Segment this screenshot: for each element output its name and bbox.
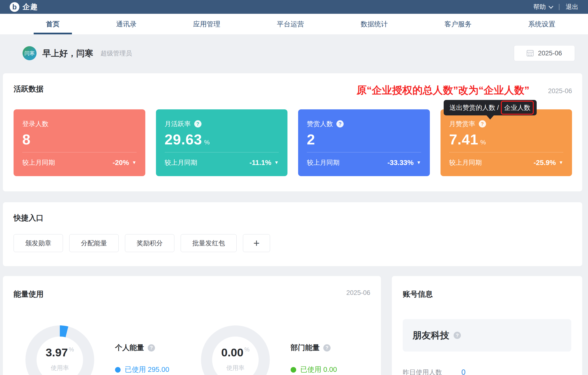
divider bbox=[165, 152, 279, 152]
stat-card-login-count: 登录人数 8 较上月同期 -20% ▼ bbox=[14, 109, 145, 176]
question-mark-icon[interactable]: ? bbox=[323, 344, 331, 352]
question-mark-icon[interactable]: ? bbox=[336, 120, 344, 128]
stat-label: 月赞赏率 bbox=[449, 120, 475, 128]
stat-card-monthly-praise-rate: 月赞赏率 ? 7.41 % 较上月同期 -25.9% ▼ bbox=[441, 109, 572, 176]
stat-card-praise-count: 赞赏人数 ? 2 较上月同期 -33.33% ▼ bbox=[298, 109, 430, 176]
active-data-date: 2025-06 bbox=[548, 87, 572, 95]
reward-points-button[interactable]: 奖励积分 bbox=[125, 234, 174, 252]
month-picker-value: 2025-06 bbox=[538, 50, 562, 57]
gauge-percent-unit: % bbox=[69, 346, 74, 353]
logout-button[interactable]: 退出 bbox=[566, 3, 578, 11]
stat-label: 赞赏人数 bbox=[307, 120, 333, 128]
stat-value: 7.41 bbox=[449, 131, 479, 148]
calendar-icon bbox=[527, 50, 534, 56]
tooltip-highlighted-term: 企业人数 bbox=[501, 101, 534, 115]
avatar-initials: 闫寒 bbox=[24, 50, 35, 57]
user-role-label: 超级管理员 bbox=[101, 49, 132, 58]
used-amount: 已使用 0.00 bbox=[300, 365, 337, 375]
month-picker[interactable]: 2025-06 bbox=[514, 45, 575, 61]
gauge-percent: 0.00 bbox=[221, 346, 243, 359]
topbar-divider bbox=[559, 4, 559, 10]
legend-dot bbox=[291, 367, 296, 373]
help-label: 帮助 bbox=[533, 3, 546, 11]
tab-system-settings[interactable]: 系统设置 bbox=[528, 14, 555, 34]
stat-label: 登录人数 bbox=[22, 120, 48, 128]
company-box: 朋友科技 ? bbox=[403, 319, 571, 352]
tab-platform-operation[interactable]: 平台运营 bbox=[277, 14, 304, 34]
divider bbox=[449, 152, 564, 152]
stat-value: 29.63 bbox=[165, 131, 202, 148]
question-mark-icon[interactable]: ? bbox=[194, 120, 201, 128]
main-nav: 首页 通讯录 应用管理 平台运营 数据统计 客户服务 系统设置 bbox=[0, 14, 588, 34]
donut-chart-department: 0.00 % 使用率 bbox=[201, 325, 270, 375]
stat-unit: % bbox=[204, 139, 210, 146]
greeting-row: 闫寒 早上好，闫寒 超级管理员 2025-06 bbox=[3, 45, 582, 61]
company-name: 朋友科技 bbox=[412, 329, 449, 342]
brand-name: 企趣 bbox=[22, 2, 38, 12]
compare-label: 较上月同期 bbox=[449, 158, 482, 167]
gauge-label: 使用率 bbox=[226, 364, 245, 372]
change-value: -11.1% bbox=[250, 159, 271, 167]
compare-label: 较上月同期 bbox=[165, 158, 197, 167]
stat-card-monthly-active-rate: 月活跃率 ? 29.63 % 较上月同期 -11.1% ▼ bbox=[156, 109, 288, 176]
change-value: -25.9% bbox=[534, 159, 556, 167]
active-data-card: 活跃数据 原“企业授权的总人数”改为“企业人数” 2025-06 送出赞赏的人数… bbox=[3, 73, 582, 191]
stat-label: 月活跃率 bbox=[165, 120, 191, 128]
stat-unit: % bbox=[480, 139, 486, 146]
compare-label: 较上月同期 bbox=[307, 158, 339, 167]
question-mark-icon[interactable]: ? bbox=[479, 120, 486, 128]
gauge-percent-unit: % bbox=[244, 346, 250, 353]
personal-energy-gauge: 3.97 % 使用率 个人能量 ? 已使用 295.00 bbox=[25, 325, 195, 375]
energy-usage-date: 2025-06 bbox=[346, 289, 370, 297]
batch-red-packet-button[interactable]: 批量发红包 bbox=[181, 234, 237, 252]
stat-value: 8 bbox=[22, 131, 31, 148]
tab-customer-service[interactable]: 客户服务 bbox=[444, 14, 472, 34]
tab-contacts[interactable]: 通讯录 bbox=[116, 14, 136, 34]
quick-entry-title: 快捷入口 bbox=[14, 213, 572, 223]
account-info-card: 账号信息 朋友科技 ? 昨日使用人数 0 bbox=[392, 276, 582, 375]
red-annotation-text: 原“企业授权的总人数”改为“企业人数” bbox=[357, 83, 529, 97]
gauge-percent: 3.97 bbox=[46, 346, 68, 359]
metric-tooltip: 送出赞赏的人数 / 企业人数 bbox=[444, 100, 537, 115]
tab-data-statistics[interactable]: 数据统计 bbox=[361, 14, 388, 34]
change-value: -33.33% bbox=[388, 159, 414, 167]
avatar: 闫寒 bbox=[22, 46, 37, 60]
add-shortcut-button[interactable]: + bbox=[243, 234, 270, 252]
question-mark-icon[interactable]: ? bbox=[148, 344, 155, 352]
brand-icon: b bbox=[10, 2, 19, 12]
quick-entry-card: 快捷入口 颁发勋章 分配能量 奖励积分 批量发红包 + bbox=[3, 202, 582, 266]
tab-app-management[interactable]: 应用管理 bbox=[193, 14, 220, 34]
legend-name: 部门能量 bbox=[291, 343, 320, 353]
award-medal-button[interactable]: 颁发勋章 bbox=[14, 234, 63, 252]
greeting-title: 早上好，闫寒 bbox=[42, 48, 93, 59]
top-bar: b 企趣 帮助 退出 bbox=[0, 0, 588, 14]
logout-label: 退出 bbox=[566, 3, 578, 11]
divider bbox=[307, 152, 421, 152]
legend-dot bbox=[115, 367, 121, 373]
app-logo: b 企趣 bbox=[10, 2, 38, 12]
department-energy-gauge: 0.00 % 使用率 部门能量 ? 已使用 0.00 bbox=[201, 325, 370, 375]
gauge-label: 使用率 bbox=[51, 364, 69, 372]
donut-chart-personal: 3.97 % 使用率 bbox=[25, 325, 94, 375]
question-mark-icon[interactable]: ? bbox=[454, 332, 461, 339]
tooltip-text: 送出赞赏的人数 / bbox=[450, 103, 499, 112]
compare-label: 较上月同期 bbox=[22, 158, 55, 167]
allocate-energy-button[interactable]: 分配能量 bbox=[69, 234, 119, 252]
help-menu[interactable]: 帮助 bbox=[533, 3, 553, 11]
stat-value: 2 bbox=[307, 131, 315, 148]
tab-home[interactable]: 首页 bbox=[46, 14, 60, 34]
account-info-title: 账号信息 bbox=[403, 289, 571, 299]
energy-usage-title: 能量使用 bbox=[14, 289, 44, 299]
down-arrow-icon: ▼ bbox=[559, 160, 563, 165]
down-arrow-icon: ▼ bbox=[417, 160, 421, 165]
used-amount: 已使用 295.00 bbox=[125, 365, 169, 375]
energy-usage-card: 能量使用 2025-06 3.97 % 使用率 个人能量 bbox=[3, 276, 381, 375]
down-arrow-icon: ▼ bbox=[274, 160, 279, 165]
change-value: -20% bbox=[113, 159, 129, 167]
yesterday-users-label: 昨日使用人数 bbox=[403, 368, 442, 375]
chevron-down-icon bbox=[548, 4, 553, 9]
legend-name: 个人能量 bbox=[115, 343, 144, 353]
down-arrow-icon: ▼ bbox=[132, 160, 136, 165]
divider bbox=[22, 152, 136, 152]
yesterday-users-value[interactable]: 0 bbox=[461, 368, 465, 375]
